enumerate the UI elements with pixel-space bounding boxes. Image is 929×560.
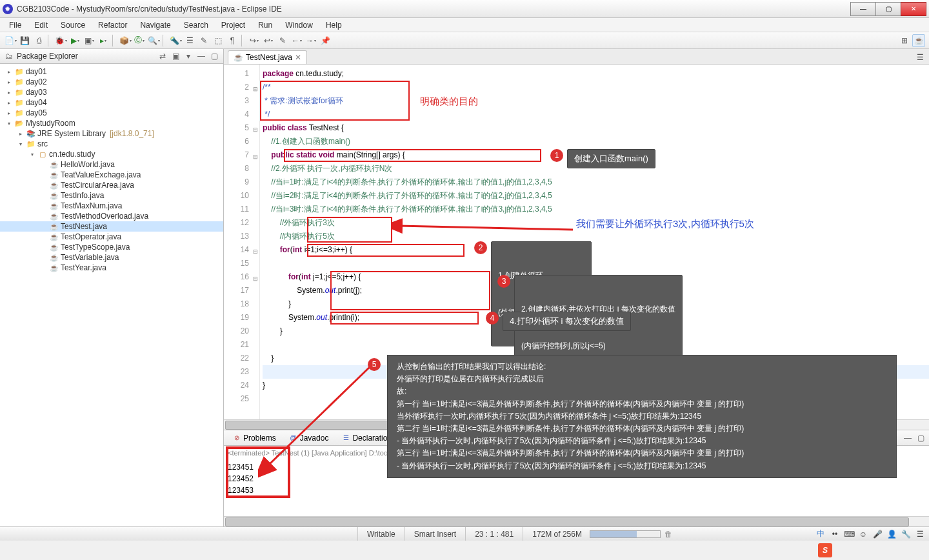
tree-twist-icon[interactable] [5, 119, 13, 127]
mic-icon[interactable]: 🎤 [872, 529, 883, 539]
java-icon: ☕ [49, 243, 59, 252]
menu-run[interactable]: Run [252, 19, 279, 31]
tree-twist-icon[interactable] [5, 109, 13, 117]
view-menu-icon[interactable]: ▾ [183, 51, 194, 61]
tree-label: day05 [26, 108, 47, 117]
tree-item[interactable]: ☕ TestMethodOverload.java [0, 211, 223, 221]
menu-search[interactable]: Search [177, 19, 215, 31]
maximize-view-icon[interactable]: ▢ [209, 51, 219, 61]
user-icon[interactable]: 👤 [886, 529, 897, 539]
prev-annotation-button[interactable]: ↩ [262, 34, 275, 47]
tree-twist-icon[interactable] [5, 88, 13, 96]
new-class-button[interactable]: Ⓒ [133, 34, 146, 47]
coverage-button[interactable]: ▣ [83, 34, 95, 47]
memory-bar[interactable] [590, 530, 661, 538]
java-perspective-button[interactable]: ☕ [912, 34, 925, 47]
tree-item[interactable]: 📚 JRE System Library [jdk1.8.0_71] [0, 128, 223, 139]
editor-tab-testnest[interactable]: ☕ TestNest.java ✕ [228, 50, 307, 64]
tree-item[interactable]: ☕ TestNest.java [0, 221, 223, 232]
project-tree[interactable]: 📁 day01 📁 day02 📁 day03 📁 day04 📁 day05 … [0, 64, 223, 526]
tree-item[interactable]: 📁 src [0, 139, 223, 149]
tab-javadoc[interactable]: @Javadoc [283, 431, 335, 445]
tree-item[interactable]: ▢ cn.tedu.study [0, 149, 223, 159]
tree-twist-icon[interactable] [5, 99, 13, 106]
menu-edit[interactable]: Edit [28, 19, 54, 31]
mark-occurrences-button[interactable]: ✎ [197, 34, 210, 47]
minimize-button[interactable]: — [850, 2, 876, 16]
tree-item[interactable]: 📁 day05 [0, 108, 223, 118]
new-button[interactable]: 📄 [4, 34, 17, 47]
tree-twist-icon[interactable] [28, 150, 36, 158]
tree-item[interactable]: ☕ TeatValueExchage.java [0, 170, 223, 180]
editor-menu-icon[interactable]: ☰ [914, 51, 926, 64]
link-editor-icon[interactable]: ⇄ [157, 51, 168, 61]
java-icon: ☕ [49, 170, 59, 179]
menu-navigate[interactable]: Navigate [134, 19, 177, 31]
console-scrollbar[interactable] [224, 516, 929, 526]
menu-refactor[interactable]: Refactor [92, 19, 134, 31]
folder-icon: 📁 [14, 98, 25, 107]
menu-icon[interactable]: ☰ [915, 529, 925, 539]
maximize-button[interactable]: ▢ [875, 2, 901, 16]
open-type-button[interactable]: 🔍 [147, 34, 160, 47]
menu-window[interactable]: Window [279, 19, 319, 31]
pin-button[interactable]: 📌 [319, 34, 332, 47]
run-last-button[interactable]: ▸ [97, 34, 110, 47]
tree-label: TestMaxNum.java [61, 201, 122, 210]
last-edit-button[interactable]: ✎ [276, 34, 289, 47]
tree-item[interactable]: 📁 day03 [0, 87, 223, 97]
search-button[interactable]: 🔦 [169, 34, 182, 47]
sogou-ime-icon[interactable]: S [818, 543, 832, 557]
tree-item[interactable]: ☕ TestYear.java [0, 263, 223, 273]
tree-item[interactable]: ☕ TestOperator.java [0, 232, 223, 242]
tree-label: TestNest.java [61, 222, 107, 231]
tree-item[interactable]: 📁 day04 [0, 97, 223, 108]
save-all-button[interactable]: ⎙ [32, 34, 45, 47]
tab-close-icon[interactable]: ✕ [295, 53, 301, 62]
tree-item[interactable]: ☕ TestCircularArea.java [0, 180, 223, 190]
annotation-line: 第三行 当i=1时:满足i<=3满足外循环判断条件,执行了外循环的循环体(内循环… [397, 447, 887, 459]
view-min-icon[interactable]: — [902, 432, 914, 444]
menu-file[interactable]: File [3, 19, 28, 31]
focus-icon[interactable]: ▣ [170, 51, 181, 61]
forward-button[interactable]: → [305, 34, 317, 47]
tree-twist-icon[interactable] [17, 130, 25, 137]
save-button[interactable]: 💾 [18, 34, 31, 47]
tree-item[interactable]: ☕ HelloWorld.java [0, 159, 223, 170]
menu-source[interactable]: Source [54, 19, 92, 31]
view-max-icon[interactable]: ▢ [915, 432, 926, 444]
emoji-icon[interactable]: ☺ [858, 529, 868, 539]
gc-icon[interactable]: 🗑 [664, 530, 672, 539]
new-package-button[interactable]: 📦 [119, 34, 132, 47]
show-whitespace-button[interactable]: ¶ [226, 34, 239, 47]
tree-label: TestYear.java [61, 263, 106, 272]
next-annotation-button[interactable]: ↪ [248, 34, 261, 47]
debug-button[interactable]: 🐞 [54, 34, 67, 47]
keyboard-icon[interactable]: ⌨ [844, 529, 854, 539]
open-perspective-button[interactable]: ⊞ [898, 34, 911, 47]
tree-item[interactable]: 📁 day01 [0, 66, 223, 77]
tree-item[interactable]: ☕ TestTypeScope.java [0, 242, 223, 252]
toolbox-icon[interactable]: 🔧 [901, 529, 911, 539]
tree-twist-icon[interactable] [5, 68, 13, 75]
close-button[interactable]: ✕ [901, 2, 926, 16]
menu-project[interactable]: Project [215, 19, 252, 31]
tree-item[interactable]: ☕ TestInfo.java [0, 190, 223, 201]
toggle-breadcrumb-button[interactable]: ☰ [183, 34, 196, 47]
toggle-block-select-button[interactable]: ⬚ [212, 34, 225, 47]
annotation-line: 从控制台输出的打印结果我们可以得出结论: [397, 361, 887, 373]
back-button[interactable]: ← [290, 34, 303, 47]
tree-item[interactable]: ☕ TestVariable.java [0, 252, 223, 263]
menu-help[interactable]: Help [319, 19, 348, 31]
tree-twist-icon[interactable] [5, 78, 13, 86]
minimize-view-icon[interactable]: — [196, 51, 206, 61]
tree-label: TestOperator.java [61, 232, 121, 241]
tree-item[interactable]: ☕ TestMaxNum.java [0, 201, 223, 211]
punct-icon[interactable]: •• [830, 529, 840, 539]
tree-item[interactable]: 📁 day02 [0, 77, 223, 87]
tree-item[interactable]: 📂 MystudyRoom [0, 118, 223, 128]
run-button[interactable]: ▶ [68, 34, 81, 47]
ime-icon[interactable]: 中 [815, 529, 826, 539]
tab-problems[interactable]: ⊘Problems [226, 431, 282, 445]
tree-twist-icon[interactable] [17, 140, 25, 148]
